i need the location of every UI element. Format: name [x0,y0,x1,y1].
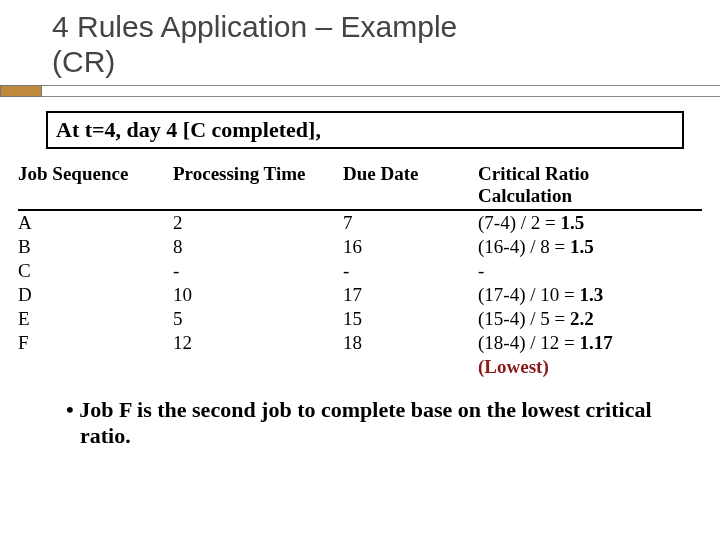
cell-job: F [18,332,173,354]
th-cr-line1: Critical Ratio [478,163,702,185]
cell-cr: (16-4) / 8 = 1.5 [478,236,702,258]
th-job: Job Sequence [18,163,173,207]
cell-dd: 18 [343,332,478,354]
cell-job: E [18,308,173,330]
cell-cr: (15-4) / 5 = 2.2 [478,308,702,330]
cr-value: 1.5 [560,212,584,233]
cell-cr: - [478,260,702,282]
cell-job: D [18,284,173,306]
table-row: A27(7-4) / 2 = 1.5 [18,211,702,235]
th-dd: Due Date [343,163,478,207]
context-box: At t=4, day 4 [C completed], [46,111,684,149]
cell-pt: - [173,260,343,282]
cell-pt: 10 [173,284,343,306]
cr-expression: (15-4) / 5 = [478,308,570,329]
cr-value: 2.2 [570,308,594,329]
title-line-2: (CR) [52,45,720,80]
cell-pt: 5 [173,308,343,330]
spacer [343,356,478,378]
conclusion-bullet: Job F is the second job to complete base… [66,397,660,450]
accent-divider [0,85,720,97]
accent-chip [0,85,42,97]
cell-pt: 12 [173,332,343,354]
cell-cr: (7-4) / 2 = 1.5 [478,212,702,234]
spacer [173,356,343,378]
cr-value: 1.5 [570,236,594,257]
cell-pt: 2 [173,212,343,234]
cr-value: 1.17 [579,332,612,353]
spacer [18,356,173,378]
cr-expression: (16-4) / 8 = [478,236,570,257]
cell-dd: 16 [343,236,478,258]
th-pt: Processing Time [173,163,343,207]
slide-title: 4 Rules Application – Example (CR) [0,0,720,85]
cr-expression: (7-4) / 2 = [478,212,560,233]
title-line-1: 4 Rules Application – Example [52,10,720,45]
table-row: D1017(17-4) / 10 = 1.3 [18,283,702,307]
cell-job: A [18,212,173,234]
cell-job: C [18,260,173,282]
cr-expression: (18-4) / 12 = [478,332,579,353]
cell-cr: (18-4) / 12 = 1.17 [478,332,702,354]
cell-pt: 8 [173,236,343,258]
cr-table: Job Sequence Processing Time Due Date Cr… [18,163,702,379]
table-row: F1218(18-4) / 12 = 1.17 [18,331,702,355]
table-row: E515(15-4) / 5 = 2.2 [18,307,702,331]
table-header: Job Sequence Processing Time Due Date Cr… [18,163,702,211]
conclusion-text: Job F is the second job to complete base… [79,397,651,448]
context-text: At t=4, day 4 [C completed], [56,117,321,142]
cr-expression: (17-4) / 10 = [478,284,579,305]
th-cr-line2: Calculation [478,185,702,207]
table-row: B816(16-4) / 8 = 1.5 [18,235,702,259]
table-row-lowest-tag: (Lowest) [18,355,702,379]
lowest-tag: (Lowest) [478,356,702,378]
cell-dd: 15 [343,308,478,330]
cell-cr: (17-4) / 10 = 1.3 [478,284,702,306]
cell-dd: 7 [343,212,478,234]
table-row: C--- [18,259,702,283]
cell-dd: 17 [343,284,478,306]
cr-expression: - [478,260,484,281]
cr-value: 1.3 [579,284,603,305]
accent-line [42,85,720,97]
cell-job: B [18,236,173,258]
cell-dd: - [343,260,478,282]
th-cr: Critical Ratio Calculation [478,163,702,207]
